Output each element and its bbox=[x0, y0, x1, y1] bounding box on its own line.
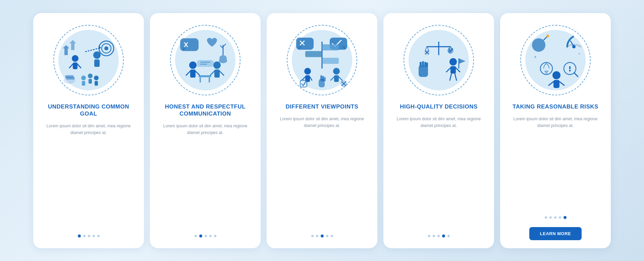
card-3-svg bbox=[290, 28, 354, 92]
svg-rect-38 bbox=[200, 77, 201, 83]
svg-marker-0 bbox=[63, 45, 69, 55]
card-2-dots bbox=[195, 234, 216, 237]
dot-2-5 bbox=[214, 235, 216, 237]
svg-point-9 bbox=[93, 51, 101, 59]
svg-line-94 bbox=[544, 37, 547, 40]
svg-line-106 bbox=[549, 82, 553, 85]
svg-point-104 bbox=[552, 71, 560, 79]
card-3-body: Lorem ipsum dolor sit dim amet, mea regi… bbox=[275, 116, 369, 129]
dot-1-5 bbox=[97, 235, 100, 237]
svg-point-57 bbox=[333, 68, 340, 75]
svg-rect-4 bbox=[66, 77, 75, 80]
svg-line-36 bbox=[220, 71, 224, 75]
svg-line-85 bbox=[446, 68, 450, 72]
dot-5-4 bbox=[559, 216, 561, 219]
card-5-illustration: ✦ ✦ bbox=[519, 23, 592, 97]
card-2-svg bbox=[173, 28, 237, 92]
card-5-svg: ✦ ✦ bbox=[524, 28, 587, 92]
dot-4-1 bbox=[428, 235, 430, 237]
svg-rect-82 bbox=[426, 62, 428, 67]
card-4-dots bbox=[428, 234, 450, 237]
svg-rect-51 bbox=[305, 51, 322, 57]
card-5-dots bbox=[545, 216, 567, 219]
svg-line-31 bbox=[186, 71, 190, 75]
card-4-illustration bbox=[402, 23, 476, 97]
svg-point-95 bbox=[546, 35, 549, 37]
svg-rect-54 bbox=[305, 75, 310, 82]
svg-rect-102 bbox=[569, 66, 571, 69]
svg-rect-50 bbox=[322, 44, 339, 50]
card-2-title: HONEST AND RESPECTFUL COMMUNICATION bbox=[158, 103, 253, 118]
svg-rect-30 bbox=[190, 70, 196, 78]
card-2-illustration bbox=[168, 23, 242, 97]
card-different-viewpoints: DIFFERENT VIEWPOINTS Lorem ipsum dolor s… bbox=[267, 13, 377, 248]
svg-point-20 bbox=[94, 76, 99, 80]
card-5-title: TAKING REASONABLE RISKS bbox=[513, 103, 598, 110]
cards-container: UNDERSTANDING COMMON GOAL Lorem ipsum do… bbox=[20, 3, 624, 258]
dot-3-5 bbox=[331, 235, 333, 237]
svg-rect-105 bbox=[553, 80, 559, 88]
svg-line-59 bbox=[331, 77, 334, 80]
svg-rect-63 bbox=[324, 77, 326, 81]
svg-marker-90 bbox=[459, 58, 466, 64]
card-3-title: DIFFERENT VIEWPOINTS bbox=[286, 103, 359, 110]
card-4-title: HIGH-QUALITY DECISIONS bbox=[400, 103, 478, 110]
dot-2-1 bbox=[195, 235, 197, 237]
svg-rect-81 bbox=[424, 62, 426, 67]
svg-rect-19 bbox=[89, 79, 92, 84]
dot-1-1 bbox=[78, 234, 81, 237]
svg-rect-34 bbox=[214, 70, 220, 78]
svg-rect-58 bbox=[334, 75, 339, 82]
card-1-body: Lorem ipsum dolor sit dim amet, mea regi… bbox=[41, 123, 136, 136]
dot-4-3 bbox=[437, 235, 440, 237]
svg-rect-61 bbox=[320, 75, 322, 81]
svg-rect-62 bbox=[322, 76, 324, 81]
svg-rect-17 bbox=[82, 81, 85, 86]
card-understanding-common-goal: UNDERSTANDING COMMON GOAL Lorem ipsum do… bbox=[33, 13, 144, 248]
svg-rect-10 bbox=[94, 59, 100, 67]
dot-2-3 bbox=[205, 235, 207, 237]
card-4-svg bbox=[407, 28, 471, 92]
card-high-quality-decisions: HIGH-QUALITY DECISIONS Lorem ipsum dolor… bbox=[383, 13, 494, 248]
svg-line-7 bbox=[69, 64, 73, 68]
dot-5-3 bbox=[554, 216, 556, 219]
card-1-title: UNDERSTANDING COMMON GOAL bbox=[41, 103, 136, 118]
dot-1-2 bbox=[83, 235, 86, 237]
card-1-dots bbox=[78, 234, 100, 237]
svg-point-18 bbox=[88, 74, 93, 78]
learn-more-button[interactable]: LEARN MORE bbox=[529, 227, 582, 240]
card-taking-reasonable-risks: ✦ ✦ TAKING REASONABLE RISKS Lorem ipsum … bbox=[500, 13, 611, 248]
dot-1-4 bbox=[93, 235, 95, 237]
dot-3-1 bbox=[311, 235, 314, 237]
svg-marker-1 bbox=[69, 40, 76, 50]
card-honest-communication: HONEST AND RESPECTFUL COMMUNICATION Lore… bbox=[150, 13, 261, 248]
svg-line-101 bbox=[574, 73, 578, 77]
dot-3-3 bbox=[321, 234, 324, 237]
dot-2-2 bbox=[199, 234, 202, 237]
svg-point-83 bbox=[449, 58, 457, 66]
svg-point-33 bbox=[213, 61, 221, 69]
card-1-illustration bbox=[52, 23, 125, 97]
svg-point-16 bbox=[81, 76, 86, 80]
svg-line-55 bbox=[302, 77, 305, 80]
dot-3-2 bbox=[316, 235, 318, 237]
svg-rect-6 bbox=[73, 62, 77, 69]
svg-rect-39 bbox=[209, 77, 210, 83]
svg-rect-79 bbox=[420, 62, 422, 67]
svg-line-56 bbox=[310, 77, 312, 80]
dot-4-4 bbox=[442, 234, 445, 237]
svg-point-93 bbox=[532, 38, 545, 52]
svg-line-107 bbox=[559, 82, 564, 85]
svg-line-87 bbox=[450, 74, 451, 80]
card-4-body: Lorem ipsum dolor sit dim amet, mea regi… bbox=[391, 116, 486, 129]
dot-4-5 bbox=[447, 235, 450, 237]
svg-line-88 bbox=[455, 74, 457, 80]
dot-2-4 bbox=[209, 235, 212, 237]
svg-point-103 bbox=[569, 70, 571, 71]
svg-text:✦: ✦ bbox=[534, 55, 537, 59]
svg-line-8 bbox=[77, 64, 81, 68]
svg-line-35 bbox=[210, 71, 214, 75]
svg-point-53 bbox=[304, 68, 311, 75]
card-5-body: Lorem ipsum dolor sit dim amet, mea regi… bbox=[508, 116, 603, 129]
svg-rect-40 bbox=[197, 60, 214, 67]
